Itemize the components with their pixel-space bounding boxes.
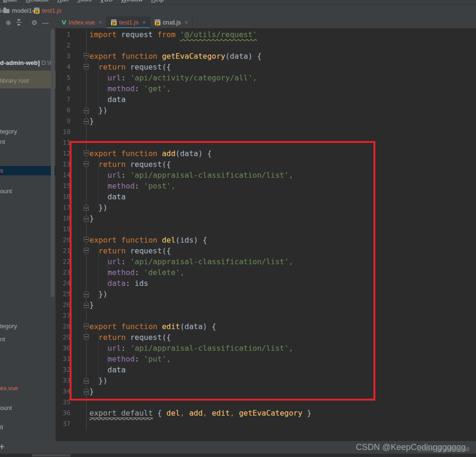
code-line: 6 method: 'get',: [56, 83, 476, 94]
line-number[interactable]: 16: [58, 191, 71, 202]
tab-close-icon[interactable]: ×: [99, 19, 103, 26]
line-number[interactable]: 10: [58, 126, 71, 137]
tree-item[interactable]: nt: [0, 336, 5, 343]
fold-end-icon[interactable]: [84, 118, 89, 124]
tree-selected-row[interactable]: s: [0, 166, 56, 175]
line-number[interactable]: 14: [58, 170, 71, 181]
code-text: export function getEvaCategory(data) {: [89, 51, 262, 62]
tab-close-icon[interactable]: ×: [143, 19, 146, 26]
line-number[interactable]: 34: [58, 386, 71, 397]
js-file-icon: JS: [155, 19, 160, 25]
breadcrumb: i›model1›JStest1.js: [0, 5, 476, 16]
menu-item-vcs[interactable]: VCS: [100, 0, 112, 3]
tree-item[interactable]: it: [0, 424, 3, 431]
code-line: 5 url: 'api/activity/category/all',: [56, 72, 476, 83]
breadcrumb-item-test1js[interactable]: JStest1.js: [34, 7, 61, 14]
code-text: url: 'api/activity/category/all',: [89, 72, 257, 83]
line-number[interactable]: 25: [58, 289, 71, 299]
tab-label: index.vue: [69, 19, 95, 26]
annotation-rectangle: [70, 141, 375, 401]
hide-panel-icon[interactable]: —: [42, 19, 48, 26]
code-line: 10: [56, 126, 476, 137]
line-number[interactable]: 32: [58, 364, 71, 375]
line-number[interactable]: 30: [58, 343, 71, 354]
tab-close-icon[interactable]: ×: [184, 19, 188, 26]
tree-item[interactable]: ount: [0, 188, 12, 195]
line-number[interactable]: 33: [58, 375, 71, 386]
collapse-all-icon[interactable]: [16, 19, 22, 25]
line-number[interactable]: 3: [58, 51, 71, 62]
library-root-row[interactable]: library root: [0, 71, 56, 88]
line-number[interactable]: 23: [58, 267, 71, 278]
menu-item-run[interactable]: Run: [57, 0, 69, 3]
line-number[interactable]: 11: [58, 137, 71, 148]
menu-bar-items: CodeRefactorRunToolsVCSWindowHelp: [3, 0, 164, 3]
editor-tabs: Vindex.vue×JStest1.js×JScrud.js×: [57, 16, 193, 28]
line-number[interactable]: 17: [58, 202, 71, 213]
line-number[interactable]: 21: [58, 245, 71, 256]
menu-item-refactor[interactable]: Refactor: [26, 0, 49, 3]
toolbar-separator: [26, 19, 27, 26]
locate-icon[interactable]: ⊕: [6, 19, 11, 26]
line-number[interactable]: 4: [58, 62, 71, 72]
line-number[interactable]: 35: [58, 397, 71, 408]
line-number[interactable]: 1: [58, 29, 71, 40]
line-number[interactable]: 18: [58, 213, 71, 224]
bottom-strip: [0, 454, 476, 457]
fold-end-icon[interactable]: [84, 107, 89, 113]
line-number[interactable]: 28: [58, 321, 71, 332]
line-number[interactable]: 19: [58, 224, 71, 235]
code-line: 7 data: [56, 94, 476, 105]
menu-item-code[interactable]: Code: [3, 0, 17, 3]
line-number[interactable]: 26: [58, 299, 71, 310]
fold-start-icon[interactable]: [84, 64, 89, 70]
line-number[interactable]: 5: [58, 72, 71, 83]
line-number[interactable]: 6: [58, 83, 71, 94]
line-number[interactable]: 8: [58, 105, 71, 116]
line-number[interactable]: 12: [58, 148, 71, 159]
line-number[interactable]: 24: [58, 278, 71, 289]
editor-tab-crudjs[interactable]: JScrud.js×: [151, 16, 193, 28]
editor-tab-bar: ⊕ ⚙ — Vindex.vue×JStest1.js×JScrud.js×: [0, 16, 476, 29]
project-tree-scrollbar[interactable]: [51, 29, 55, 297]
line-number[interactable]: 36: [58, 408, 71, 418]
code-line: 8 }): [56, 105, 476, 116]
line-number[interactable]: 31: [58, 354, 71, 364]
line-number[interactable]: 37: [58, 418, 71, 429]
menu-item-window[interactable]: Window: [121, 0, 143, 3]
code-text: method: 'get',: [89, 83, 171, 94]
line-number[interactable]: 13: [58, 159, 71, 170]
tree-item[interactable]: tegory: [0, 128, 17, 135]
breadcrumb-item-model1[interactable]: model1: [3, 7, 32, 14]
project-panel-toolbar: ⊕ ⚙ —: [0, 16, 56, 28]
settings-gear-icon[interactable]: ⚙: [32, 19, 38, 26]
tree-item[interactable]: ount: [0, 404, 12, 411]
line-number[interactable]: 15: [58, 181, 71, 191]
line-number[interactable]: 27: [58, 310, 71, 321]
code-text: data: [89, 94, 126, 105]
ide-window: CodeRefactorRunToolsVCSWindowHelp i›mode…: [0, 0, 476, 457]
line-number[interactable]: 9: [58, 116, 71, 126]
code-text: return request({: [89, 62, 171, 72]
fold-start-icon[interactable]: [84, 53, 89, 59]
project-root-item[interactable]: d-admin-web] D:\Pr: [0, 59, 56, 66]
menu-item-help[interactable]: Help: [151, 0, 164, 3]
editor-tab-indexvue[interactable]: Vindex.vue×: [57, 16, 107, 28]
line-number[interactable]: 22: [58, 256, 71, 267]
editor-tab-test1js[interactable]: JStest1.js×: [107, 16, 151, 28]
menu-item-tools[interactable]: Tools: [77, 0, 91, 3]
line-number[interactable]: 7: [58, 94, 71, 105]
line-number[interactable]: 2: [58, 40, 71, 51]
tree-item[interactable]: nt: [0, 138, 5, 145]
tree-item[interactable]: tegory: [0, 323, 17, 330]
line-number[interactable]: 20: [58, 235, 71, 245]
project-tree-panel[interactable]: d-admin-web] D:\Pr library root s tegory…: [0, 28, 56, 441]
horizontal-scrollbar[interactable]: [32, 454, 71, 457]
breadcrumb-label: test1.js: [42, 7, 61, 14]
vue-file-icon: V: [62, 19, 66, 25]
tree-item[interactable]: ex.vue: [0, 385, 18, 392]
line-number[interactable]: 29: [58, 332, 71, 343]
tree-selected-label: s: [0, 167, 3, 174]
library-root-label: library root: [0, 77, 29, 84]
code-line: 3export function getEvaCategory(data) {: [56, 51, 476, 62]
